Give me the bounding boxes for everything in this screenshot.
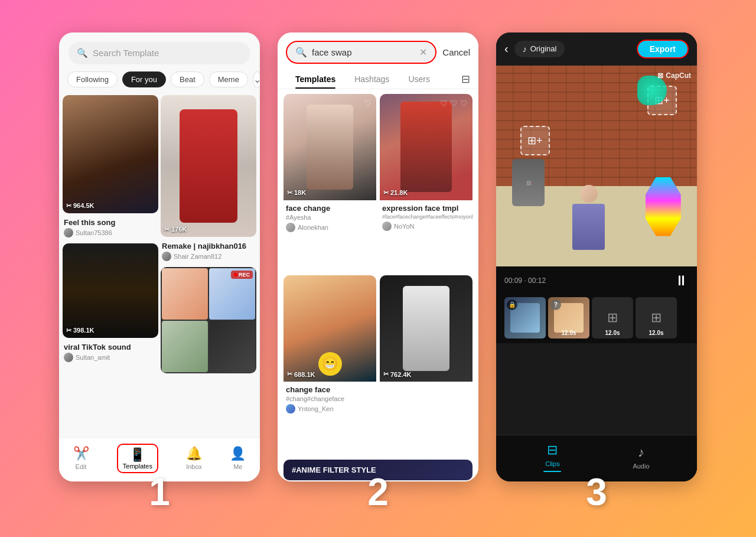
nav-inbox[interactable]: 🔔 Inbox: [186, 446, 202, 470]
app-container: 🔍 Search Template Following For you Beat…: [0, 0, 756, 537]
item-stats-2: ✂176K: [164, 226, 187, 233]
item-meta-2: Remake | najibkhan016 Shair Zaman812: [161, 239, 256, 265]
grid-item-2[interactable]: ✂176K: [161, 95, 256, 237]
tab-beat[interactable]: Beat: [171, 71, 204, 87]
back-button[interactable]: ‹: [504, 42, 509, 56]
inbox-icon: 🔔: [186, 446, 202, 461]
results-grid: ♡ ✂18K face change #Ayesha Alonekhan: [278, 89, 478, 458]
result-info-1: face change #Ayesha Alonekhan: [284, 200, 376, 236]
result-card-3[interactable]: 😁 ✂688.1K change face #chang#changeface: [284, 275, 376, 454]
capcut-logo-icon: ⊠: [657, 71, 663, 80]
search-query-text: face swap: [312, 47, 415, 57]
step-label-1: 1: [149, 470, 170, 514]
item-meta-1: Feel this song Sultan75386: [63, 216, 158, 241]
teal-blob: [637, 76, 667, 105]
clip-3-duration: 12.0s: [605, 330, 620, 336]
item-meta-3: viral TikTok sound Sultan_amit: [63, 340, 158, 363]
search-input-box[interactable]: 🔍 face swap ✕: [286, 41, 436, 64]
nav-templates[interactable]: 📱 Templates: [117, 444, 158, 473]
left-monster-figure: 🤖: [512, 159, 545, 206]
item-stats-1: ✂964.5K: [66, 202, 94, 210]
phone-3: ‹ ♪ Original Export ⊞+: [496, 32, 697, 481]
audio-icon: ♪: [638, 445, 644, 460]
result-img-3: 😁 ✂688.1K: [284, 275, 376, 382]
clip-lock-icon: 🔒: [507, 300, 517, 310]
tool-audio[interactable]: ♪ Audio: [633, 445, 649, 470]
tab-users[interactable]: Users: [399, 70, 439, 89]
templates-icon: 📱: [129, 447, 145, 463]
capcut-watermark: ⊠ CapCut: [657, 71, 691, 80]
step-label-2: 2: [367, 470, 389, 514]
result-stats-1: ✂18K: [287, 189, 306, 197]
pause-button[interactable]: ⏸: [674, 272, 689, 289]
profile-icon: 👤: [230, 446, 246, 461]
avatar-3: [64, 353, 73, 362]
person-in-scene: [572, 185, 605, 250]
filter-icon[interactable]: ⊟: [461, 73, 470, 86]
result-avatar-1: [286, 223, 295, 232]
tab-for-you[interactable]: For you: [122, 71, 166, 87]
tab-meme[interactable]: Meme: [209, 71, 248, 87]
search-bar-1[interactable]: 🔍 Search Template: [69, 42, 250, 64]
templates-tab-box[interactable]: 📱 Templates: [117, 444, 158, 473]
filter-tabs-1: Following For you Beat Meme ⌄: [59, 71, 260, 95]
time-display: 00:09 · 00:12: [504, 276, 546, 285]
search-icon-1: 🔍: [77, 48, 88, 58]
result-img-1: ♡ ✂18K: [284, 94, 376, 200]
tab-following[interactable]: Following: [67, 71, 118, 87]
item-stats-3: ✂398.1K: [66, 327, 94, 334]
tab-hashtags[interactable]: Hashtags: [345, 70, 399, 89]
result-avatar-3: [286, 404, 295, 414]
top-bar-3: ‹ ♪ Original Export: [496, 32, 697, 66]
avatar-2: [162, 252, 171, 261]
search-placeholder-1: Search Template: [93, 48, 159, 58]
result-card-2[interactable]: ♡ ♡ ♡ ✂21.8K expression face tmpl #face#…: [380, 94, 472, 272]
clip-4[interactable]: ⊞ 12.0s: [636, 297, 677, 339]
clip-2-duration: 12.0s: [561, 330, 576, 336]
result-info-2: expression face tmpl #face#facechange#fa…: [380, 200, 472, 235]
heart-icon-1: ♡: [364, 99, 372, 108]
grid-item-4[interactable]: REC: [161, 267, 256, 373]
video-preview: ⊞+ ⊞+ 🤖: [496, 66, 697, 266]
result-avatar-2: [382, 222, 392, 231]
result-img-2: ♡ ♡ ♡ ✂21.8K: [380, 94, 472, 200]
result-stats-2: ✂21.8K: [383, 189, 408, 197]
search-tabs: Templates Hashtags Users ⊟: [278, 70, 478, 89]
phone-1: 🔍 Search Template Following For you Beat…: [59, 32, 260, 481]
export-button[interactable]: Export: [637, 40, 689, 58]
nav-me[interactable]: 👤 Me: [230, 446, 246, 470]
collage-cell-1: [162, 268, 208, 320]
result-info-3: change face #chang#changeface Yntong_Ken: [284, 382, 376, 417]
face-swap-box-1[interactable]: ⊞+: [520, 126, 550, 155]
clips-icon: ⊟: [547, 442, 558, 458]
clip-2[interactable]: ? 12.0s: [548, 297, 589, 339]
nav-edit[interactable]: ✂️ Edit: [73, 446, 89, 470]
clip-question-icon: ?: [550, 300, 561, 310]
music-icon: ♪: [523, 44, 527, 54]
heart-icon-2: ♡ ♡ ♡: [440, 99, 468, 108]
step-label-3: 3: [586, 470, 607, 514]
active-indicator: [543, 471, 561, 472]
tool-clips[interactable]: ⊟ Clips: [543, 442, 561, 472]
tab-templates[interactable]: Templates: [286, 70, 345, 89]
search-bar-2: 🔍 face swap ✕ Cancel: [278, 32, 478, 70]
result-card-4[interactable]: ✂762.4K: [380, 275, 472, 454]
content-grid-1: ✂964.5K Feel this song Sultan75386: [59, 95, 260, 437]
clip-4-duration: 12.0s: [649, 330, 663, 336]
clear-search-button[interactable]: ✕: [419, 47, 427, 58]
audio-pill[interactable]: ♪ Original: [514, 41, 565, 57]
face-swap-icon-1: ⊞+: [527, 134, 543, 147]
col-right-1: ✂176K Remake | najibkhan016 Shair Zaman8…: [161, 95, 256, 437]
phone-2: 🔍 face swap ✕ Cancel Templates Hashtags …: [278, 32, 478, 481]
clip-3[interactable]: ⊞ 12.0s: [592, 297, 633, 339]
collage-cell-4: [209, 321, 255, 372]
grid-item-1[interactable]: ✂964.5K: [63, 95, 158, 213]
clip-1[interactable]: 🔒: [504, 297, 546, 339]
grid-item-3[interactable]: ✂398.1K: [63, 243, 158, 338]
result-card-1[interactable]: ♡ ✂18K face change #Ayesha Alonekhan: [284, 94, 376, 272]
more-filters-button[interactable]: ⌄: [253, 71, 260, 88]
timeline-bar: 00:09 · 00:12 ⏸: [496, 266, 697, 295]
cancel-button[interactable]: Cancel: [442, 47, 470, 57]
scissors-icon: ✂️: [73, 446, 89, 461]
colorful-character: [646, 177, 681, 236]
